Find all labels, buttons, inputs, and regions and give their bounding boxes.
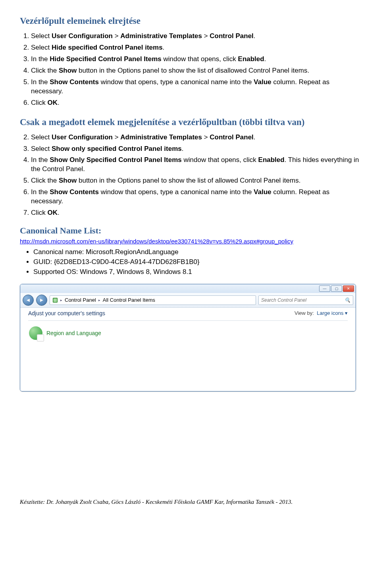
step: Select User Configuration > Administrati… [31, 133, 361, 142]
heading-canonical-list: Canonical Name List: [20, 226, 361, 236]
step: Select Show only specified Control Panel… [31, 145, 361, 154]
step: Click the Show button in the Options pan… [31, 66, 361, 75]
list-item: Canonical name: Microsoft.RegionAndLangu… [33, 248, 361, 257]
steps-hide: Select User Configuration > Administrati… [31, 32, 361, 108]
step: In the Hide Specified Control Panel Item… [31, 55, 361, 64]
canonical-info-list: Canonical name: Microsoft.RegionAndLangu… [33, 248, 361, 277]
settings-header: Adjust your computer's settings View by:… [20, 308, 356, 320]
close-button[interactable]: ✕ [343, 285, 354, 292]
heading-hide-elements: Vezérlőpult elemeinek elrejtése [20, 16, 361, 26]
control-panel-body: Adjust your computer's settings View by:… [20, 308, 356, 391]
step: Select Hide specified Control Panel item… [31, 43, 361, 52]
chevron-right-icon: ▸ [60, 298, 62, 302]
nav-back-button[interactable]: ◄ [23, 295, 34, 306]
cp-item-region-language[interactable]: Region and Language [20, 321, 356, 345]
step: Click the Show button in the Options pan… [31, 176, 361, 185]
minimize-button[interactable]: — [319, 285, 330, 292]
search-placeholder: Search Control Panel [261, 297, 306, 303]
cp-item-label: Region and Language [46, 330, 101, 336]
step: In the Show Contents window that opens, … [31, 188, 361, 206]
control-panel-icon [52, 297, 58, 303]
list-item: GUID: {62D8ED13-C9D0-4CE8-A914-47DD628FB… [33, 258, 361, 267]
step: In the Show Contents window that opens, … [31, 78, 361, 96]
breadcrumb-segment[interactable]: All Control Panel Items [103, 297, 155, 303]
globe-icon [29, 326, 42, 340]
breadcrumb-segment[interactable]: Control Panel [65, 297, 96, 303]
view-by-label: View by: [294, 310, 314, 316]
msdn-link[interactable]: http://msdn.microsoft.com/en-us/library/… [20, 238, 293, 245]
step: Click OK. [31, 98, 361, 108]
page-footer: Készítette: Dr. Johanyák Zsolt Csaba, Gö… [20, 499, 361, 505]
step: Click OK. [31, 208, 361, 218]
adjust-settings-label: Adjust your computer's settings [28, 310, 105, 316]
view-by-value: Large icons ▾ [317, 310, 348, 316]
address-bar-row: ◄ ► ▸ Control Panel ▸ All Control Panel … [20, 293, 356, 308]
step: In the Show Only Specified Control Panel… [31, 156, 361, 174]
list-item: Supported OS: Windows 7, Windows 8, Wind… [33, 268, 361, 277]
search-icon: 🔍 [344, 297, 350, 303]
svg-rect-1 [54, 299, 57, 302]
view-by[interactable]: View by: Large icons ▾ [294, 310, 348, 316]
heading-show-only: Csak a megadott elemek megjelenítése a v… [20, 117, 361, 127]
chevron-right-icon: ▸ [98, 298, 100, 302]
maximize-button[interactable]: ▢ [331, 285, 342, 292]
address-path[interactable]: ▸ Control Panel ▸ All Control Panel Item… [50, 295, 256, 305]
window-titlebar: — ▢ ✕ [20, 284, 356, 293]
step: Select User Configuration > Administrati… [31, 32, 361, 41]
steps-show-only: Select User Configuration > Administrati… [31, 133, 361, 218]
control-panel-window: — ▢ ✕ ◄ ► ▸ Control Panel ▸ All Control … [20, 284, 356, 391]
search-input[interactable]: Search Control Panel 🔍 [258, 295, 353, 305]
nav-forward-button[interactable]: ► [36, 295, 47, 306]
